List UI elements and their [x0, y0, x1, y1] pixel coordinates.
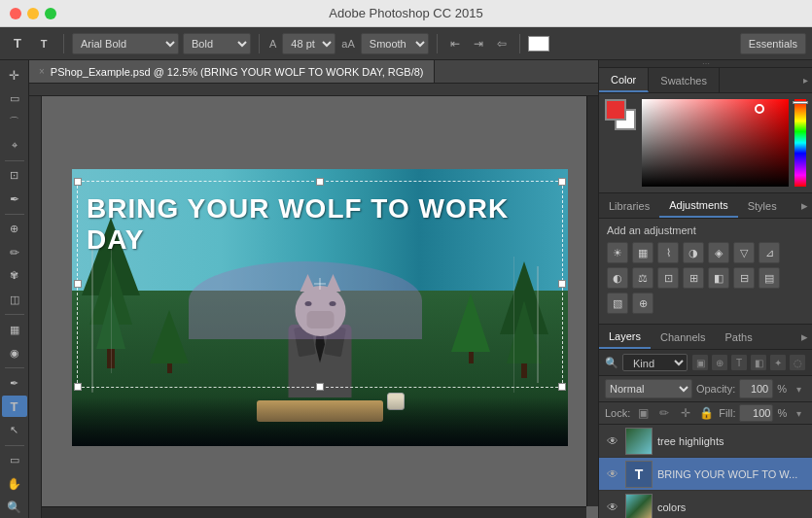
posterize-button[interactable]: ⊟: [733, 267, 755, 289]
font-size-select[interactable]: 48 pt: [282, 33, 335, 54]
font-name-select[interactable]: Arial Bold: [72, 33, 179, 54]
blend-mode-select[interactable]: Normal: [605, 379, 692, 398]
layers-tab[interactable]: Layers: [599, 325, 651, 349]
tool-mode-group: T T: [6, 32, 55, 55]
swatches-tab[interactable]: Swatches: [649, 68, 720, 92]
align-left-button[interactable]: ⇤: [445, 34, 465, 53]
gradient-map-button[interactable]: ▧: [607, 293, 628, 314]
quick-select-button[interactable]: ⌖: [2, 134, 27, 155]
select-rect-icon: ▭: [10, 92, 19, 105]
paths-tab[interactable]: Paths: [716, 325, 762, 349]
tab-close-button[interactable]: ×: [39, 66, 45, 77]
channel-mixer-button[interactable]: ⊡: [657, 267, 679, 289]
gradient-button[interactable]: ▦: [2, 319, 27, 340]
color-balance-button[interactable]: ⊿: [759, 242, 780, 263]
lock-image-button[interactable]: ✏: [655, 404, 673, 422]
pen-button[interactable]: ✒: [2, 372, 27, 394]
layer-visibility-button-2[interactable]: 👁: [605, 466, 620, 482]
eyedropper-button[interactable]: ✒: [2, 189, 27, 210]
antialiasing-select[interactable]: Smooth: [361, 33, 429, 54]
close-button[interactable]: [10, 8, 21, 19]
type-tool-button[interactable]: T: [6, 32, 29, 55]
invert-button[interactable]: ◧: [708, 267, 729, 289]
adjustments-menu-button[interactable]: ▸: [801, 193, 808, 218]
fill-arrow-button[interactable]: ▾: [791, 405, 806, 421]
opacity-arrow-button[interactable]: ▾: [791, 381, 806, 397]
opacity-input[interactable]: [739, 379, 773, 398]
libraries-tab[interactable]: Libraries: [599, 193, 659, 218]
window-controls[interactable]: [10, 8, 56, 19]
filter-type-button[interactable]: T: [730, 354, 748, 371]
threshold-button[interactable]: ▤: [759, 267, 780, 289]
lock-all-button[interactable]: 🔒: [698, 404, 716, 422]
left-toolbar: ✛ ▭ ⌒ ⌖ ⊡ ✒ ⊕ ✏ ✾ ◫ ▦: [0, 60, 29, 518]
panel-collapse-handle[interactable]: ⋯: [599, 60, 812, 68]
crop-button[interactable]: ⊡: [2, 164, 27, 186]
color-panel-menu-button[interactable]: ▸: [803, 75, 808, 86]
lock-transparent-button[interactable]: ▣: [634, 404, 652, 422]
vibrance-button[interactable]: ◈: [708, 242, 729, 263]
layer-item-colors[interactable]: 👁 colors: [599, 491, 812, 518]
heal-brush-button[interactable]: ⊕: [2, 219, 27, 240]
align-center-button[interactable]: ⇥: [469, 34, 488, 53]
levels-button[interactable]: ▦: [632, 242, 653, 263]
canvas-image[interactable]: BRING YOUR WOLF TO WORK DAY: [72, 169, 568, 446]
type-orientation-button[interactable]: T: [32, 32, 55, 55]
brightness-contrast-button[interactable]: ☀: [607, 242, 628, 263]
filter-pixel-button[interactable]: ▣: [691, 354, 709, 371]
zoom-button[interactable]: 🔍: [2, 497, 27, 518]
eraser-button[interactable]: ◫: [2, 289, 27, 310]
curves-button[interactable]: ⌇: [657, 242, 679, 263]
canvas-viewport[interactable]: BRING YOUR WOLF TO WORK DAY: [29, 84, 598, 518]
fill-input[interactable]: [739, 404, 773, 422]
layer-item-tree-highlights[interactable]: 👁 tree highlights: [599, 425, 812, 458]
select-rect-button[interactable]: ▭: [2, 87, 27, 109]
adjustments-row-3: ▧ ⊕: [607, 293, 804, 314]
layers-menu-button[interactable]: ▸: [801, 329, 808, 344]
hue-slider[interactable]: [794, 99, 806, 187]
filter-toggle-button[interactable]: ◌: [789, 354, 806, 371]
layers-panel-tabs: Layers Channels Paths ▸: [599, 325, 812, 350]
lasso-button[interactable]: ⌒: [2, 111, 27, 132]
hand-button[interactable]: ✋: [2, 473, 27, 495]
layer-visibility-button-1[interactable]: 👁: [605, 433, 620, 449]
minimize-button[interactable]: [27, 8, 39, 19]
maximize-button[interactable]: [45, 8, 56, 19]
bw-button[interactable]: ◐: [607, 267, 628, 289]
brush-button[interactable]: ✏: [2, 242, 27, 263]
align-right-button[interactable]: ⇦: [492, 34, 512, 53]
shape-button[interactable]: ▭: [2, 449, 27, 470]
font-style-select[interactable]: Bold: [183, 33, 251, 54]
color-tab[interactable]: Color: [599, 68, 649, 92]
styles-tab[interactable]: Styles: [738, 193, 787, 218]
exposure-button[interactable]: ◑: [683, 242, 704, 263]
layer-filter-select[interactable]: Kind: [622, 354, 688, 371]
scroll-bottom[interactable]: [42, 506, 586, 518]
lock-position-button[interactable]: ✛: [677, 404, 694, 422]
photo-filter-button[interactable]: ⚖: [632, 267, 653, 289]
foreground-color-swatch[interactable]: [605, 99, 626, 121]
adjustments-tab[interactable]: Adjustments: [659, 193, 738, 218]
essentials-button[interactable]: Essentials: [740, 33, 806, 54]
hsl-button[interactable]: ▽: [733, 242, 755, 263]
filter-shape-button[interactable]: ◧: [750, 354, 767, 371]
color-gradient-picker[interactable]: [642, 99, 789, 187]
path-select-button[interactable]: ↖: [2, 419, 27, 440]
channels-tab[interactable]: Channels: [651, 325, 715, 349]
move-tool-button[interactable]: ✛: [2, 64, 27, 86]
color-lookup-button[interactable]: ⊞: [683, 267, 704, 289]
clone-stamp-button[interactable]: ✾: [2, 265, 27, 287]
quick-select-icon: ⌖: [12, 139, 18, 152]
type-tool-left-button[interactable]: T: [2, 396, 27, 417]
blur-button[interactable]: ◉: [2, 342, 27, 363]
layer-item-title-text[interactable]: 👁 T BRING YOUR WOLF TO W...: [599, 458, 812, 491]
layer-visibility-button-3[interactable]: 👁: [605, 500, 620, 515]
text-color-swatch[interactable]: [528, 36, 549, 52]
document-tab[interactable]: × PShop_Example.psd @ 12.5% (BRING YOUR …: [29, 60, 435, 83]
filter-adjustment-button[interactable]: ⊕: [711, 354, 728, 371]
filter-smart-button[interactable]: ✦: [769, 354, 787, 371]
document-tab-bar: × PShop_Example.psd @ 12.5% (BRING YOUR …: [29, 60, 598, 84]
layer-thumbnail-3: [625, 494, 653, 519]
selective-color-button[interactable]: ⊕: [632, 293, 653, 314]
scroll-right[interactable]: [586, 96, 598, 506]
